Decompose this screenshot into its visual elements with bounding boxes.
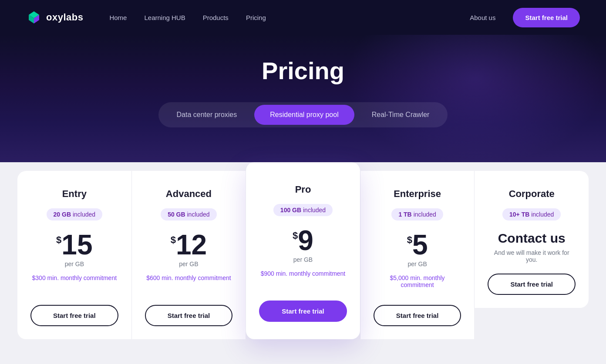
nav-right: About us Start free trial (470, 8, 580, 27)
plan-enterprise: Enterprise 1 TB included $ 5 per GB $5,0… (360, 171, 475, 339)
plan-corporate-cta[interactable]: Start free trial (488, 274, 576, 295)
tab-datacenter[interactable]: Data center proxies (161, 105, 253, 125)
plan-entry: Entry 20 GB included $ 15 per GB $300 mi… (17, 171, 131, 339)
nav-learning-hub[interactable]: Learning HUB (144, 14, 185, 21)
plan-advanced-cta[interactable]: Start free trial (145, 305, 233, 326)
plan-corporate-gb: 10+ TB included (502, 208, 561, 220)
plan-pro: Pro 100 GB included $ 9 per GB $900 min.… (246, 162, 360, 339)
oxylabs-logo-icon (26, 10, 42, 25)
cards-wrapper: Entry 20 GB included $ 15 per GB $300 mi… (17, 171, 589, 339)
plan-advanced-price: $ 12 (145, 231, 233, 259)
nav-pricing[interactable]: Pricing (246, 14, 266, 21)
plan-pro-price: $ 9 (259, 227, 347, 254)
plan-entry-commitment: $300 min. monthly commitment (30, 274, 118, 292)
nav-about[interactable]: About us (470, 14, 495, 21)
plan-advanced-gb: 50 GB included (161, 208, 217, 220)
plan-entry-price: $ 15 (30, 231, 118, 259)
nav-products[interactable]: Products (203, 14, 229, 21)
plan-entry-gb: 20 GB included (47, 208, 103, 220)
plan-advanced-title: Advanced (145, 188, 233, 200)
pricing-tabs: Data center proxies Residential proxy po… (158, 102, 448, 127)
plan-enterprise-price: $ 5 (374, 231, 461, 259)
plan-entry-per-gb: per GB (30, 260, 118, 267)
plan-entry-cta[interactable]: Start free trial (30, 305, 118, 326)
nav-home[interactable]: Home (109, 14, 127, 21)
plan-enterprise-gb: 1 TB included (391, 208, 443, 220)
tabs-container: Data center proxies Residential proxy po… (0, 102, 606, 127)
plan-corporate-title: Corporate (488, 188, 576, 200)
plan-pro-per-gb: per GB (259, 256, 347, 263)
plan-enterprise-per-gb: per GB (374, 260, 461, 267)
plan-advanced-commitment: $600 min. monthly commitment (145, 274, 233, 292)
nav-cta-button[interactable]: Start free trial (513, 8, 580, 27)
navbar: oxylabs Home Learning HUB Products Prici… (0, 0, 606, 35)
plan-pro-cta[interactable]: Start free trial (259, 301, 347, 322)
plan-corporate: Corporate 10+ TB included Contact us And… (474, 171, 589, 308)
plan-corporate-contact-sub: And we will make it work for you. (488, 249, 576, 267)
plan-pro-commitment: $900 min. monthly commitment (259, 270, 347, 287)
hero-section: Pricing Data center proxies Residential … (0, 35, 606, 162)
hero-title: Pricing (0, 57, 606, 85)
plan-pro-title: Pro (259, 184, 347, 195)
plan-corporate-contact-title: Contact us (488, 231, 576, 246)
plan-advanced: Advanced 50 GB included $ 12 per GB $600… (131, 171, 246, 339)
tab-residential[interactable]: Residential proxy pool (254, 105, 354, 125)
plan-enterprise-commitment: $5,000 min. monthly commitment (374, 274, 461, 292)
plan-enterprise-cta[interactable]: Start free trial (374, 305, 461, 326)
nav-links: Home Learning HUB Products Pricing (109, 14, 470, 21)
plan-pro-gb: 100 GB included (273, 204, 333, 216)
plan-advanced-per-gb: per GB (145, 260, 233, 267)
logo-area: oxylabs (26, 10, 83, 25)
plan-enterprise-title: Enterprise (374, 188, 461, 200)
plan-entry-title: Entry (30, 188, 118, 200)
pricing-section: Entry 20 GB included $ 15 per GB $300 mi… (0, 162, 606, 364)
tab-crawler[interactable]: Real-Time Crawler (356, 105, 445, 125)
logo-text: oxylabs (46, 12, 83, 23)
